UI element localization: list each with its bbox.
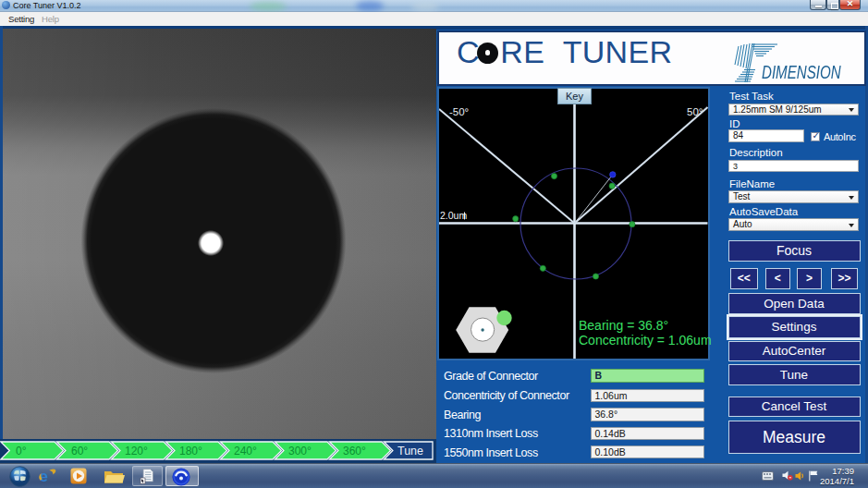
svg-text:240°: 240° [234,445,257,458]
svg-text:60°: 60° [71,445,88,458]
svg-text:Tune: Tune [397,445,423,458]
svg-text:2.0um: 2.0um [440,210,467,221]
svg-text:0°: 0° [16,445,27,458]
svg-text:120°: 120° [125,445,148,458]
svg-text:360°: 360° [343,445,366,458]
svg-text:180°: 180° [179,445,202,458]
svg-text:300°: 300° [288,445,312,458]
